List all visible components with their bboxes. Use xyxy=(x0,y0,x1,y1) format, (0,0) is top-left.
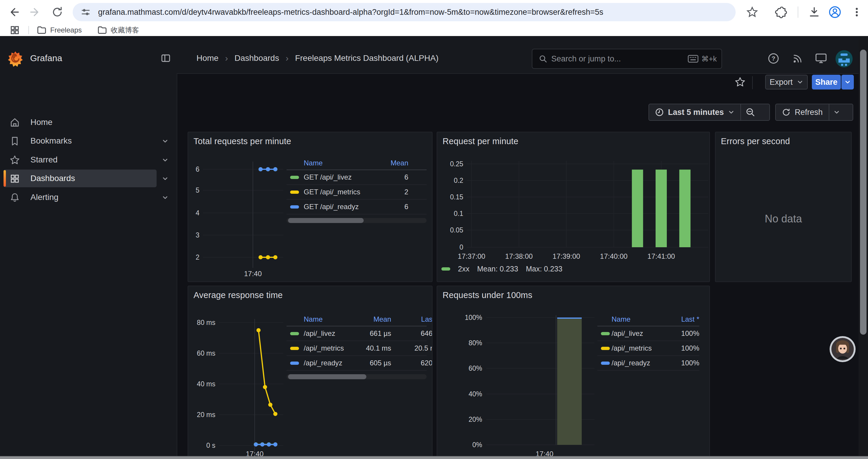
extensions-icon[interactable] xyxy=(773,4,789,21)
y-tick-label: 3 xyxy=(195,231,199,239)
legend-header: NameMean xyxy=(286,157,427,170)
series-color-pill[interactable] xyxy=(290,176,299,179)
toolbar-divider xyxy=(752,76,753,89)
profile-icon[interactable] xyxy=(827,4,843,21)
export-button[interactable]: Export xyxy=(765,75,808,90)
share-button[interactable]: Share xyxy=(812,75,841,90)
display-icon[interactable] xyxy=(814,52,828,65)
legend-value: 100% xyxy=(649,341,699,355)
panel-requests-under-100ms: Requests under 100ms 100%80%60%40%20%0%1… xyxy=(437,286,710,459)
time-range-button[interactable]: Last 5 minutes xyxy=(649,104,740,120)
legend-value: 6 xyxy=(358,170,408,184)
sidebar-item-dashboards[interactable]: Dashboards xyxy=(0,169,177,187)
help-icon[interactable]: ? xyxy=(767,52,780,65)
news-rss-icon[interactable] xyxy=(791,52,804,65)
y-tick-label: 2 xyxy=(195,254,199,261)
share-menu-caret[interactable] xyxy=(841,75,854,90)
x-tick-label: 17:40 xyxy=(244,270,262,277)
bookmarks-divider xyxy=(28,26,29,34)
legend-scrollbar[interactable] xyxy=(286,218,427,223)
forward-icon[interactable] xyxy=(27,4,44,21)
legend-series-name[interactable]: /api/_metrics xyxy=(304,341,344,355)
legend-column-header[interactable]: Name xyxy=(304,313,322,326)
legend-column-header[interactable]: Name xyxy=(612,313,630,326)
series-color-pill[interactable] xyxy=(290,205,299,208)
panel-total-requests: Total requests per minute 6543217:40 Nam… xyxy=(188,132,433,282)
legend-scrollbar-thumb[interactable] xyxy=(288,218,364,223)
favorite-dashboard-star-icon[interactable] xyxy=(735,76,746,88)
data-point xyxy=(266,255,270,259)
bookmark-folder-blogs[interactable]: 收藏博客 xyxy=(97,25,139,35)
legend-column-header[interactable]: Mean xyxy=(358,157,408,169)
series-color-pill[interactable] xyxy=(290,191,299,194)
legend-series-name[interactable]: /api/_readyz xyxy=(304,356,342,370)
user-avatar[interactable] xyxy=(835,50,853,68)
series-color-pill[interactable] xyxy=(290,347,299,350)
bookmark-star-icon[interactable] xyxy=(744,4,761,21)
data-point xyxy=(273,412,277,416)
zoom-out-button[interactable] xyxy=(741,104,760,120)
chevron-down-icon[interactable] xyxy=(161,156,169,164)
panel-title[interactable]: Errors per second xyxy=(721,136,790,146)
legend-column-header[interactable]: Name xyxy=(304,157,322,169)
refresh-label: Refresh xyxy=(795,108,823,117)
y-tick-label: 60% xyxy=(469,364,482,372)
toolbar-divider xyxy=(798,6,798,18)
legend-scrollbar-thumb[interactable] xyxy=(288,374,366,379)
y-tick-label: 0 xyxy=(459,243,463,251)
vertical-scrollbar[interactable] xyxy=(859,36,868,456)
data-point xyxy=(256,328,260,332)
data-point xyxy=(268,402,272,407)
sidebar-item-starred[interactable]: Starred xyxy=(0,151,177,169)
legend-series-name[interactable]: GET /api/_livez xyxy=(304,170,351,184)
site-settings-icon[interactable] xyxy=(78,4,94,21)
grafana-logo[interactable] xyxy=(8,51,23,67)
series-color-pill[interactable] xyxy=(601,347,610,350)
legend-column-header[interactable]: Las xyxy=(382,313,433,326)
search-input[interactable]: Search or jump to... ⌘+k xyxy=(532,49,722,69)
legend-series-name[interactable]: GET /api/_readyz xyxy=(304,200,359,214)
legend-column-header[interactable]: Last * xyxy=(649,313,699,326)
legend-series-name[interactable]: /api/_livez xyxy=(304,326,335,340)
series-color-pill[interactable] xyxy=(290,362,299,365)
series-color-pill[interactable] xyxy=(601,362,610,365)
chevron-down-icon[interactable] xyxy=(161,175,169,183)
refresh-button[interactable]: Refresh xyxy=(776,104,829,120)
series-color-pill[interactable] xyxy=(290,332,299,335)
keyboard-icon xyxy=(688,55,699,63)
sidebar-item-bookmarks[interactable]: Bookmarks xyxy=(0,132,177,150)
scrollbar-thumb[interactable] xyxy=(860,50,867,335)
search-shortcut: ⌘+k xyxy=(688,55,717,63)
panel-errors-per-second: Errors per second No data xyxy=(715,132,852,282)
browser-menu-icon[interactable] xyxy=(848,4,865,21)
folder-icon xyxy=(97,25,107,35)
breadcrumb-dashboards[interactable]: Dashboards xyxy=(235,54,279,63)
chevron-down-icon[interactable] xyxy=(161,137,169,145)
downloads-icon[interactable] xyxy=(806,4,823,21)
series-color-pill[interactable] xyxy=(601,332,610,335)
dock-sidebar-icon[interactable] xyxy=(161,53,171,63)
bookmark-folder-freeleaps[interactable]: Freeleaps xyxy=(37,25,82,35)
breadcrumb-home[interactable]: Home xyxy=(196,54,219,63)
series-color-pill xyxy=(441,267,450,270)
legend-series-name[interactable]: /api/_livez xyxy=(612,326,643,340)
legend-series-name[interactable]: 2xx xyxy=(458,265,469,273)
x-tick-label: 17:41:00 xyxy=(647,252,675,260)
address-bar[interactable]: grafana.mathmast.com/d/deytv4rwavabkb/fr… xyxy=(73,3,736,21)
x-tick-label: 17:39:00 xyxy=(553,252,580,260)
y-tick-label: 80 ms xyxy=(197,319,215,326)
legend-series-name[interactable]: GET /api/_metrics xyxy=(304,185,361,199)
legend-scrollbar[interactable] xyxy=(286,374,427,379)
horizontal-scrollbar[interactable] xyxy=(0,456,868,459)
legend-series-name[interactable]: /api/_metrics xyxy=(612,341,652,355)
back-icon[interactable] xyxy=(5,4,22,21)
legend-series-name[interactable]: /api/_readyz xyxy=(612,356,650,370)
chevron-down-icon[interactable] xyxy=(161,194,169,201)
data-point xyxy=(263,385,267,389)
assistant-avatar[interactable] xyxy=(829,336,856,362)
reload-icon[interactable] xyxy=(49,4,66,21)
sidebar-item-home[interactable]: Home xyxy=(0,113,177,131)
refresh-interval-caret[interactable] xyxy=(829,104,844,120)
sidebar-item-alerting[interactable]: Alerting xyxy=(0,189,177,206)
y-tick-label: 20 ms xyxy=(197,411,215,419)
